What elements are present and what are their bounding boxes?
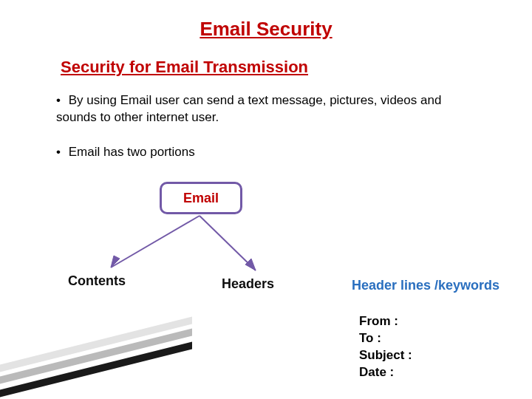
diagram-leaf-contents: Contents (68, 273, 126, 289)
decorative-streak-icon (0, 318, 192, 399)
arrow-to-headers-icon (192, 211, 281, 279)
diagram-leaf-headers: Headers (222, 276, 274, 292)
keyword-date: Date : (359, 364, 412, 381)
keyword-from: From : (359, 313, 412, 330)
bullet-1-text: By using Email user can send a text mess… (56, 93, 441, 124)
keyword-subject: Subject : (359, 347, 412, 364)
keyword-to: To : (359, 330, 412, 347)
slide-subtitle: Security for Email Transmission (61, 58, 308, 77)
bullet-2: • Email has two portions (56, 144, 470, 161)
arrow-to-contents-icon (96, 211, 207, 278)
bullet-2-text: Email has two portions (69, 145, 195, 159)
header-keywords-list: From : To : Subject : Date : (359, 313, 412, 381)
slide-title: Email Security (0, 18, 532, 41)
diagram-root-box: Email (160, 182, 242, 214)
svg-marker-3 (245, 259, 256, 270)
svg-line-0 (111, 216, 200, 267)
diagram-root-label: Email (183, 191, 219, 206)
bullet-1: • By using Email user can send a text me… (56, 92, 470, 126)
header-lines-title: Header lines /keywords (352, 278, 499, 293)
